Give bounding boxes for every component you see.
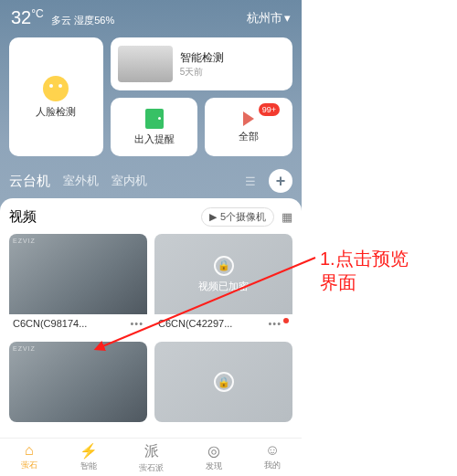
- detect-title: 智能检测: [180, 50, 224, 66]
- camera-count-text: 5个摄像机: [220, 210, 266, 224]
- brand-watermark: EZVIZ: [13, 238, 36, 244]
- nav-discover[interactable]: ◎发现: [206, 442, 222, 474]
- right-column: 智能检测 5天前 出入提醒 99+ 全部: [111, 37, 292, 156]
- detect-thumbnail: [118, 46, 173, 82]
- annotation-line-1: 1.点击预览: [320, 247, 409, 270]
- temperature-value: 32: [11, 7, 31, 27]
- camera-thumb-1: EZVIZ: [9, 234, 147, 314]
- camera-card-1[interactable]: EZVIZ C6CN(C98174... •••: [9, 234, 147, 334]
- smart-detect-card[interactable]: 智能检测 5天前: [111, 37, 292, 90]
- camera-name-2: C6CN(C42297...: [158, 318, 232, 329]
- encrypted-label: 视频已加密: [198, 280, 249, 293]
- pai-icon: 派: [144, 442, 159, 461]
- annotation-line-2: 界面: [320, 270, 409, 294]
- device-tabs: 云台机 室外机 室内机 ☰ +: [0, 162, 302, 198]
- chevron-down-icon: ▾: [284, 11, 291, 25]
- face-detect-card[interactable]: 人脸检测: [9, 37, 103, 156]
- discover-icon: ◎: [207, 442, 220, 460]
- tab-outdoor[interactable]: 室外机: [63, 173, 99, 189]
- video-title: 视频: [9, 208, 37, 226]
- play-icon: [243, 111, 254, 126]
- camera-count-pill[interactable]: ▶ 5个摄像机: [201, 207, 274, 227]
- video-section: 视频 ▶ 5个摄像机 ▦ EZVIZ C6CN(C98174... •••: [0, 198, 302, 472]
- camera-card-4[interactable]: 🔒: [154, 342, 292, 422]
- detect-subtitle: 5天前: [180, 66, 224, 79]
- detect-text: 智能检测 5天前: [180, 50, 224, 79]
- tab-ptz[interactable]: 云台机: [9, 173, 50, 190]
- all-label: 全部: [239, 130, 259, 143]
- brand-watermark: EZVIZ: [13, 345, 36, 352]
- city-selector[interactable]: 杭州市 ▾: [247, 10, 291, 26]
- profile-icon: ☺: [265, 442, 280, 459]
- notification-badge: 99+: [259, 103, 280, 116]
- tab-indoor[interactable]: 室内机: [112, 173, 147, 189]
- weather-text: 多云 湿度56%: [51, 15, 114, 26]
- camera-thumb-2: 🔒 视频已加密: [154, 234, 292, 314]
- video-grid: EZVIZ C6CN(C98174... ••• 🔒 视频已加密 C6CN(C4…: [9, 234, 292, 422]
- bolt-icon: ⚡: [80, 442, 98, 460]
- door-alert-label: 出入提醒: [134, 132, 175, 146]
- camera-more-1[interactable]: •••: [130, 318, 143, 329]
- lock-icon: 🔒: [214, 256, 234, 276]
- status-bar: 32°C 多云 湿度56% 杭州市 ▾: [0, 0, 302, 32]
- home-icon: ⌂: [25, 442, 34, 459]
- nav-smart[interactable]: ⚡智能: [80, 442, 98, 474]
- lock-icon: 🔒: [214, 372, 234, 392]
- feature-row-2: 出入提醒 99+ 全部: [111, 98, 292, 156]
- app-screen: 32°C 多云 湿度56% 杭州市 ▾ 人脸检测 智能检测 5天前: [0, 0, 302, 476]
- weather-block[interactable]: 32°C 多云 湿度56%: [11, 7, 114, 28]
- camera-thumb-4: 🔒: [154, 342, 292, 422]
- door-alert-card[interactable]: 出入提醒: [111, 98, 198, 156]
- alert-dot: [283, 318, 289, 323]
- all-card[interactable]: 99+ 全部: [205, 98, 292, 156]
- annotation-text: 1.点击预览 界面: [320, 247, 409, 294]
- bottom-nav: ⌂萤石 ⚡智能 派萤石派 ◎发现 ☺我的: [0, 438, 302, 476]
- face-icon: [43, 76, 69, 101]
- camera-card-2[interactable]: 🔒 视频已加密 C6CN(C42297... •••: [154, 234, 292, 334]
- nav-mine[interactable]: ☺我的: [264, 442, 281, 474]
- add-button[interactable]: +: [269, 169, 292, 193]
- play-circle-icon: ▶: [209, 211, 217, 223]
- feature-cards-row: 人脸检测 智能检测 5天前 出入提醒 99+ 全部: [0, 32, 302, 162]
- camera-thumb-3: EZVIZ: [9, 342, 147, 422]
- camera-more-2[interactable]: •••: [268, 318, 289, 329]
- door-icon: [145, 109, 164, 129]
- nav-home[interactable]: ⌂萤石: [21, 442, 37, 474]
- menu-icon[interactable]: ☰: [245, 175, 256, 188]
- layout-grid-icon[interactable]: ▦: [282, 210, 292, 224]
- nav-pai[interactable]: 派萤石派: [139, 442, 164, 474]
- video-header: 视频 ▶ 5个摄像机 ▦: [9, 207, 292, 227]
- camera-name-1: C6CN(C98174...: [13, 318, 87, 329]
- temperature-unit: °C: [31, 7, 43, 20]
- camera-card-3[interactable]: EZVIZ: [9, 342, 147, 422]
- city-label: 杭州市: [247, 10, 282, 26]
- face-detect-label: 人脸检测: [36, 105, 76, 119]
